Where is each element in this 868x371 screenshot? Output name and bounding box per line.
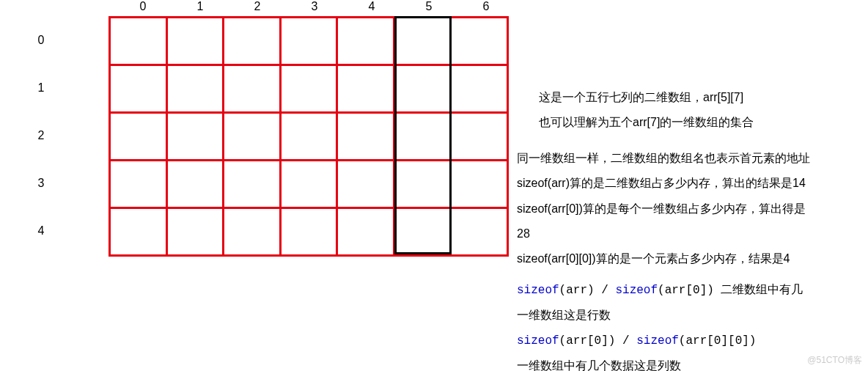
- code-line: sizeof(arr[0]) / sizeof(arr[0][0]): [517, 330, 868, 352]
- col-label: 0: [114, 0, 172, 13]
- column-index-labels: 0 1 2 3 4 5 6: [114, 0, 515, 13]
- keyword-sizeof: sizeof: [636, 334, 679, 348]
- intro-line-2: 也可以理解为五个arr[7]的一维数组的集合: [539, 111, 868, 133]
- keyword-sizeof: sizeof: [517, 284, 559, 297]
- explanation-line: sizeof(arr)算的是二维数组占多少内存，算出的结果是14: [517, 172, 868, 194]
- keyword-sizeof: sizeof: [615, 284, 658, 297]
- row-label: 4: [34, 207, 48, 254]
- code-text: (arr[0]) 二维数组中有几: [658, 284, 803, 297]
- col-label: 3: [286, 0, 343, 13]
- col-label: 6: [457, 0, 515, 13]
- row-label: 0: [34, 16, 48, 64]
- col-label: 2: [229, 0, 286, 13]
- col-label: 5: [400, 0, 457, 13]
- array-grid: [108, 16, 509, 254]
- watermark: @51CTO博客: [807, 354, 862, 367]
- explanation-line: 28: [517, 223, 868, 245]
- row-label: 3: [34, 159, 48, 207]
- grid-table: [108, 16, 509, 257]
- explanation-line: 同一维数组一样，二维数组的数组名也表示首元素的地址: [517, 147, 868, 169]
- explanation-text: 这是一个五行七列的二维数组，arr[5][7] 也可以理解为五个arr[7]的一…: [517, 87, 868, 371]
- explanation-line: 一维数组这是行数: [517, 304, 868, 326]
- code-text: (arr[0][0]): [679, 334, 757, 348]
- explanation-line: sizeof(arr[0])算的是每个一维数组占多少内存，算出得是: [517, 198, 868, 220]
- intro-line-1: 这是一个五行七列的二维数组，arr[5][7]: [539, 87, 868, 109]
- row-index-labels: 0 1 2 3 4: [34, 16, 48, 254]
- col-label: 4: [343, 0, 400, 13]
- explanation-line: sizeof(arr[0][0])算的是一个元素占多少内存，结果是4: [517, 248, 868, 270]
- keyword-sizeof: sizeof: [517, 334, 559, 348]
- row-label: 1: [34, 64, 48, 111]
- row-label: 2: [34, 111, 48, 159]
- code-text: (arr) /: [559, 284, 616, 297]
- code-line: sizeof(arr) / sizeof(arr[0]) 二维数组中有几: [517, 279, 868, 301]
- code-text: (arr[0]) /: [559, 334, 637, 348]
- col-label: 1: [172, 0, 229, 13]
